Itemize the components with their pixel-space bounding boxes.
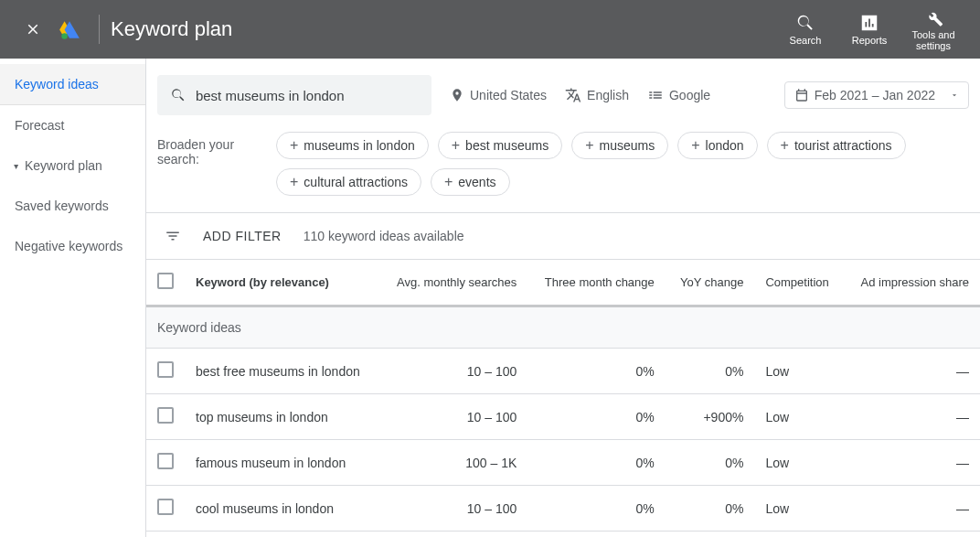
col-impression-share[interactable]: Ad impression share (844, 260, 980, 306)
sidebar: Keyword ideas Forecast Keyword plan Save… (0, 59, 146, 537)
table-row: famous museum in london100 – 1K0%0%Low— (146, 440, 980, 486)
plus-icon: + (781, 138, 789, 153)
cell-yoy: 0% (666, 349, 755, 394)
search-icon (170, 86, 186, 104)
google-ads-logo (51, 17, 88, 41)
plus-icon: + (444, 175, 453, 189)
cell-competition: Low (754, 440, 844, 486)
plus-icon: + (691, 138, 699, 153)
table-section-header: Keyword ideas (146, 306, 980, 349)
close-icon (25, 21, 41, 38)
cell-three-month: 0% (527, 486, 665, 532)
cell-yoy: 0% (666, 440, 755, 486)
pin-icon (450, 88, 464, 102)
page-title: Keyword plan (111, 17, 773, 41)
cell-competition: Low (754, 349, 844, 394)
ads-logo-icon (58, 17, 81, 41)
reports-icon (859, 13, 879, 33)
location-target[interactable]: United States (450, 88, 547, 102)
plus-icon: + (452, 138, 460, 153)
cell-three-month: 0% (527, 440, 665, 486)
cell-yoy: +900% (666, 394, 755, 440)
header-reports-button[interactable]: Reports (837, 13, 901, 46)
col-keyword[interactable]: Keyword (by relevance) (185, 260, 379, 306)
sidebar-item-saved-keywords[interactable]: Saved keywords (0, 186, 145, 226)
filter-icon[interactable] (165, 228, 181, 244)
cell-keyword: famous museum in london (185, 440, 379, 486)
broaden-search-section: Broaden your search: +museums in london+… (146, 124, 980, 213)
cell-keyword: best free museums in london (185, 349, 379, 394)
cell-competition: Low (754, 486, 844, 532)
wrench-icon (923, 7, 943, 27)
broaden-chips: +museums in london+best museums+museums+… (276, 132, 969, 196)
table-row: cool museums in london10 – 1000%0%Low— (146, 486, 980, 532)
sidebar-item-negative-keywords[interactable]: Negative keywords (0, 226, 145, 266)
broaden-chip[interactable]: +cultural attractions (276, 168, 421, 196)
add-filter-button[interactable]: ADD FILTER (203, 229, 282, 243)
keyword-search-input[interactable] (196, 88, 419, 103)
table-row: best free museums in london10 – 1000%0%L… (146, 349, 980, 394)
toolbar: United States English Google Feb 2021 – … (146, 59, 980, 124)
cell-keyword: top museums in london (185, 394, 379, 440)
sidebar-item-forecast[interactable]: Forecast (0, 105, 145, 145)
language-target[interactable]: English (565, 87, 629, 103)
search-icon (795, 13, 815, 33)
broaden-chip[interactable]: +museums in london (276, 132, 429, 159)
cell-impression: — (844, 394, 980, 440)
col-three-month[interactable]: Three month change (527, 260, 665, 306)
header-divider (99, 15, 100, 44)
col-yoy[interactable]: YoY change (666, 260, 755, 306)
cell-three-month: 0% (527, 349, 665, 394)
row-checkbox[interactable] (157, 361, 174, 378)
app-header: Keyword plan Search Reports Tools and se… (0, 0, 980, 59)
cell-avg: 10 – 100 (379, 349, 527, 394)
row-checkbox[interactable] (157, 453, 174, 469)
broaden-chip[interactable]: +best museums (438, 132, 562, 159)
broaden-chip[interactable]: +events (431, 168, 510, 196)
broaden-chip[interactable]: +museums (571, 132, 668, 159)
header-tools-button[interactable]: Tools and settings (901, 7, 965, 51)
plus-icon: + (290, 175, 298, 189)
cell-avg: 10 – 100 (379, 486, 527, 532)
close-button[interactable] (15, 21, 51, 38)
date-range-picker[interactable]: Feb 2021 – Jan 2022 (784, 81, 969, 109)
sidebar-item-keyword-ideas[interactable]: Keyword ideas (0, 64, 145, 105)
cell-three-month: 0% (527, 394, 665, 440)
calendar-icon (794, 88, 809, 102)
header-search-button[interactable]: Search (773, 13, 837, 46)
language-icon (565, 87, 581, 103)
broaden-label: Broaden your search: (157, 132, 258, 166)
broaden-chip[interactable]: +tourist attractions (767, 132, 906, 159)
filter-bar: ADD FILTER 110 keyword ideas available (146, 213, 980, 260)
col-avg-searches[interactable]: Avg. monthly searches (379, 260, 527, 306)
cell-competition: Low (754, 394, 844, 440)
keyword-search-box[interactable] (157, 75, 431, 115)
plus-icon: + (585, 138, 593, 153)
networks-target[interactable]: Google (647, 87, 710, 103)
col-competition[interactable]: Competition (754, 260, 844, 306)
sidebar-item-keyword-plan[interactable]: Keyword plan (0, 145, 145, 186)
filter-summary: 110 keyword ideas available (304, 229, 464, 243)
cell-impression: — (844, 440, 980, 486)
keyword-table: Keyword (by relevance) Avg. monthly sear… (146, 260, 980, 532)
plus-icon: + (290, 138, 298, 153)
broaden-chip[interactable]: +london (677, 132, 757, 159)
svg-point-0 (61, 33, 68, 39)
select-all-checkbox[interactable] (157, 273, 174, 289)
cell-avg: 10 – 100 (379, 394, 527, 440)
cell-avg: 100 – 1K (379, 440, 527, 486)
cell-keyword: cool museums in london (185, 486, 379, 532)
row-checkbox[interactable] (157, 407, 174, 424)
network-icon (647, 87, 664, 103)
row-checkbox[interactable] (157, 499, 174, 515)
chevron-down-icon (950, 91, 959, 100)
cell-yoy: 0% (666, 486, 755, 532)
cell-impression: — (844, 349, 980, 394)
table-row: top museums in london10 – 1000%+900%Low— (146, 394, 980, 440)
cell-impression: — (844, 486, 980, 532)
main-content: United States English Google Feb 2021 – … (146, 59, 980, 537)
